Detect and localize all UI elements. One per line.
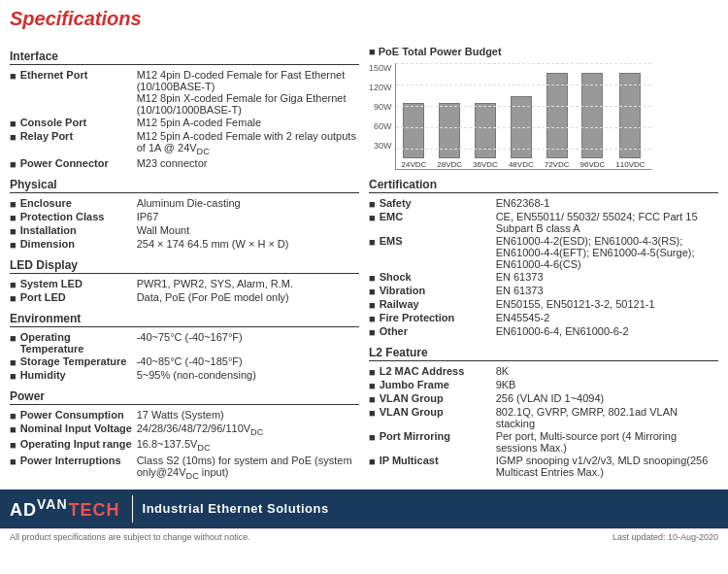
bullet-icon: ■ [369, 407, 376, 419]
ip-multicast-label: IP Multicast [380, 455, 496, 466]
list-item: ■ Ethernet Port M12 4pin D-coded Female … [10, 69, 359, 116]
dimension-value: 254 × 174 64.5 mm (W × H × D) [137, 238, 359, 250]
relay-port-value: M12 5pin A-coded Female with 2 relay out… [137, 130, 359, 156]
stor-temp-label: Storage Temperature [20, 355, 137, 367]
ems-label: EMS [380, 235, 496, 247]
fire-prot-value: EN45545-2 [496, 312, 718, 323]
power-interr-value: Class S2 (10ms) for system and PoE (syst… [137, 455, 359, 481]
port-mirror-label: Port Mirroring [380, 430, 496, 442]
nominal-voltage-label: Nominal Input Voltage [20, 422, 137, 434]
power-connector-label: Power Connector [20, 157, 137, 169]
list-item: ■ Safety EN62368-1 [369, 197, 718, 210]
bullet-icon: ■ [369, 198, 376, 210]
op-temp-label: Operating Temperature [20, 331, 137, 355]
bullet-icon: ■ [10, 198, 17, 210]
bullet-icon: ■ [369, 236, 376, 248]
list-item: ■ Port Mirroring Per port, Multi-source … [369, 430, 718, 454]
footer: ADVANTECH Industrial Ethernet Solutions [0, 490, 728, 528]
list-item: ■ Power Connector M23 connector [10, 157, 359, 170]
bar-group: 36VDC [473, 103, 498, 169]
list-item: ■ Enclosure Aluminum Die-casting [10, 197, 359, 210]
other-label: Other [380, 325, 496, 337]
list-item: ■ L2 MAC Address 8K [369, 365, 718, 378]
y-label: 150W [369, 63, 392, 73]
fire-prot-label: Fire Protection [380, 312, 496, 323]
footer-bottom: All product specifications are subject t… [0, 528, 728, 545]
ip-multicast-value: IGMP snooping v1/v2/v3, MLD snooping(256… [496, 455, 718, 478]
vibration-value: EN 61373 [496, 285, 718, 296]
bullet-icon: ■ [10, 225, 17, 237]
bar-label: 28VDC [437, 160, 462, 169]
bullet-icon: ■ [369, 212, 376, 223]
other-value: EN61000-6-4, EN61000-6-2 [496, 325, 718, 337]
list-item: ■ Dimension 254 × 174 64.5 mm (W × H × D… [10, 238, 359, 251]
bar [619, 73, 641, 158]
list-item: ■ System LED PWR1, PWR2, SYS, Alarm, R.M… [10, 278, 359, 290]
list-item: ■ Jumbo Frame 9KB [369, 379, 718, 391]
bullet-icon: ■ [10, 212, 17, 223]
bar-group: 110VDC [615, 73, 645, 169]
op-temp-value: -40~75°C (-40~167°F) [137, 331, 359, 343]
footer-logo: ADVANTECH [10, 496, 120, 521]
safety-value: EN62368-1 [496, 197, 718, 209]
bullet-icon: ■ [369, 286, 376, 297]
list-item: ■ VLAN Group 802.1Q, GVRP, GMRP, 802.1ad… [369, 406, 718, 429]
list-item: ■ Relay Port M12 5pin A-coded Female wit… [10, 130, 359, 156]
footer-tagline: Industrial Ethernet Solutions [143, 501, 329, 516]
y-label: 60W [369, 121, 392, 131]
safety-label: Safety [380, 197, 496, 209]
bullet-icon: ■ [10, 370, 17, 382]
system-led-label: System LED [20, 278, 137, 289]
list-item: ■ Shock EN 61373 [369, 271, 718, 284]
bullet-icon: ■ [10, 439, 17, 451]
dimension-label: Dimension [20, 238, 137, 250]
power-items: ■ Power Consumption 17 Watts (System) ■ … [10, 409, 359, 481]
protection-class-label: Protection Class [20, 211, 137, 222]
environment-items: ■ Operating Temperature -40~75°C (-40~16… [10, 331, 359, 382]
list-item: ■ IP Multicast IGMP snooping v1/v2/v3, M… [369, 455, 718, 478]
ethernet-port-value: M12 4pin D-coded Female for Fast Etherne… [137, 69, 359, 116]
list-item: ■ Power Consumption 17 Watts (System) [10, 409, 359, 422]
ethernet-port-label: Ethernet Port [20, 69, 137, 81]
interface-items: ■ Ethernet Port M12 4pin D-coded Female … [10, 69, 359, 170]
list-item: ■ Operating Input range 16.8~137.5VDC [10, 438, 359, 453]
vibration-label: Vibration [380, 285, 496, 296]
list-item: ■ Vibration EN 61373 [369, 285, 718, 297]
bar-group: 96VDC [580, 73, 606, 169]
power-consump-label: Power Consumption [20, 409, 137, 421]
port-mirror-value: Per port, Multi-source port (4 Mirroring… [496, 430, 718, 454]
port-led-label: Port LED [20, 291, 137, 303]
list-item: ■ Other EN61000-6-4, EN61000-6-2 [369, 325, 718, 338]
bar-label: 48VDC [509, 160, 534, 169]
list-item: ■ Protection Class IP67 [10, 211, 359, 223]
bar [511, 96, 532, 158]
bullet-icon: ■ [10, 292, 17, 304]
y-label [369, 160, 392, 170]
bar-label: 110VDC [615, 160, 645, 169]
bullet-icon: ■ [369, 326, 376, 338]
op-range-value: 16.8~137.5VDC [137, 438, 359, 453]
footer-disclaimer: All product specifications are subject t… [10, 532, 250, 542]
bullet-icon: ■ [369, 46, 376, 57]
y-label: 90W [369, 102, 392, 112]
bar [546, 73, 568, 158]
bullet-icon: ■ [10, 410, 17, 422]
emc-label: EMC [380, 211, 496, 222]
op-range-label: Operating Input range [20, 438, 137, 450]
physical-items: ■ Enclosure Aluminum Die-casting ■ Prote… [10, 197, 359, 251]
left-column: Interface ■ Ethernet Port M12 4pin D-cod… [10, 42, 359, 482]
emc-value: CE, EN55011/ 55032/ 55024; FCC Part 15 S… [496, 211, 718, 234]
port-led-value: Data, PoE (For PoE model only) [137, 291, 359, 303]
bar [403, 103, 424, 158]
bullet-icon: ■ [10, 332, 17, 344]
section-led: LED Display [10, 258, 359, 274]
bar [439, 103, 460, 158]
bar-label: 72VDC [545, 160, 570, 169]
railway-label: Railway [380, 298, 496, 310]
list-item: ■ Installation Wall Mount [10, 224, 359, 237]
vlan-group1-value: 256 (VLAN ID 1~4094) [496, 392, 718, 404]
bullet-icon: ■ [10, 279, 17, 290]
list-item: ■ Console Port M12 5pin A-coded Female [10, 117, 359, 129]
vlan-group2-value: 802.1Q, GVRP, GMRP, 802.1ad VLAN stackin… [496, 406, 718, 429]
section-power: Power [10, 389, 359, 405]
